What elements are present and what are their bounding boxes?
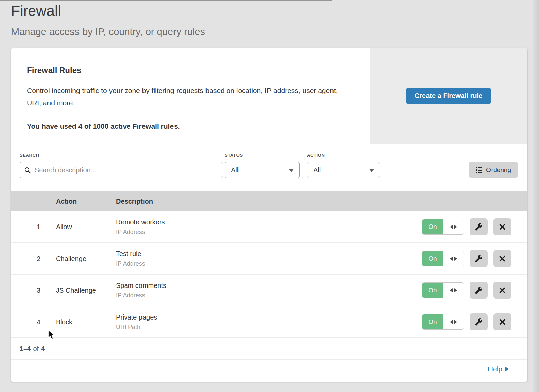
card-title: Firewall Rules [27, 66, 350, 75]
rule-action: Challenge [56, 255, 116, 263]
help-link-label: Help [488, 365, 502, 373]
toggle-on-label: On [422, 314, 443, 329]
toggle-handle[interactable] [443, 251, 464, 266]
column-header-description: Description [116, 198, 153, 205]
arrow-left-icon [450, 320, 453, 324]
rule-priority: 3 [11, 287, 40, 294]
status-filter-group: STATUS All [225, 153, 300, 178]
wrench-icon [475, 223, 483, 231]
arrow-left-icon [450, 225, 453, 229]
rule-enabled-toggle[interactable]: On [422, 282, 464, 298]
column-header-action: Action [56, 198, 116, 205]
table-row: 3 JS Challenge Spam comments IP Address … [11, 275, 527, 306]
toggle-on-label: On [422, 283, 443, 298]
card-footer: Help [11, 359, 527, 379]
status-label: STATUS [225, 153, 300, 158]
rules-usage-note: You have used 4 of 1000 active Firewall … [27, 122, 350, 130]
wrench-icon [475, 254, 483, 263]
help-link[interactable]: Help [488, 365, 509, 373]
toggle-handle[interactable] [443, 283, 464, 298]
screen-edge-artifact [0, 0, 332, 1]
table-row: 4 Block Private pages URI Path On [11, 306, 527, 338]
rule-action: JS Challenge [56, 287, 116, 294]
card-header: Firewall Rules Control incoming traffic … [11, 48, 527, 144]
toggle-on-label: On [422, 219, 443, 234]
table-row: 1 Allow Remote workers IP Address On [11, 211, 527, 243]
arrow-left-icon [450, 288, 453, 292]
status-selected-value: All [231, 166, 239, 174]
card-header-text: Firewall Rules Control incoming traffic … [11, 48, 370, 144]
page-title: Firewall [11, 3, 61, 19]
ordered-list-icon [476, 167, 482, 173]
action-select[interactable]: All [307, 162, 380, 178]
table-header: Action Description [11, 191, 527, 211]
arrow-right-icon [454, 225, 457, 229]
close-icon [499, 223, 506, 231]
toggle-handle[interactable] [443, 219, 464, 234]
scrollbar-track[interactable] [533, 0, 539, 392]
action-filter-group: ACTION All [307, 153, 380, 178]
arrow-right-icon [454, 257, 457, 261]
rule-action: Allow [56, 223, 116, 231]
rules-list: 1 Allow Remote workers IP Address On [11, 211, 527, 338]
filter-bar: SEARCH STATUS All ACTION All [11, 144, 527, 191]
rule-priority: 4 [11, 318, 40, 326]
search-group: SEARCH [20, 153, 223, 178]
rule-action: Block [56, 318, 116, 326]
ordering-button[interactable]: Ordering [469, 162, 518, 178]
close-icon [499, 318, 506, 326]
wrench-icon [475, 318, 483, 326]
delete-rule-button[interactable] [493, 218, 511, 235]
search-icon [24, 167, 31, 175]
card-description: Control incoming traffic to your zone by… [27, 85, 345, 110]
rule-enabled-toggle[interactable]: On [422, 219, 464, 235]
action-selected-value: All [313, 166, 321, 174]
delete-rule-button[interactable] [493, 313, 511, 330]
delete-rule-button[interactable] [493, 250, 511, 267]
arrow-right-icon [454, 288, 457, 292]
ordering-button-label: Ordering [486, 166, 511, 174]
close-icon [499, 255, 506, 262]
pagination-range: 1–4 [20, 345, 31, 353]
wrench-icon [475, 286, 483, 294]
chevron-down-icon [289, 169, 294, 172]
rule-priority: 1 [11, 223, 40, 231]
firewall-rules-card: Firewall Rules Control incoming traffic … [11, 48, 527, 382]
arrow-right-icon [454, 320, 457, 324]
toggle-on-label: On [422, 251, 443, 266]
page-subtitle: Manage access by IP, country, or query r… [11, 26, 205, 37]
status-select[interactable]: All [225, 162, 300, 178]
search-input[interactable] [20, 162, 223, 178]
close-icon [499, 287, 506, 294]
arrow-right-icon [505, 367, 509, 371]
search-label: SEARCH [20, 153, 223, 158]
toggle-handle[interactable] [443, 314, 464, 329]
create-rule-panel: Create a Firewall rule [370, 48, 527, 144]
arrow-left-icon [450, 257, 453, 261]
rule-priority: 2 [11, 255, 40, 263]
pagination: 1–4 of 4 [11, 338, 527, 359]
action-label: ACTION [307, 153, 380, 158]
delete-rule-button[interactable] [493, 282, 511, 299]
pagination-of: of [33, 345, 39, 353]
pagination-total: 4 [41, 345, 45, 353]
rule-enabled-toggle[interactable]: On [422, 251, 464, 266]
edit-rule-button[interactable] [470, 313, 488, 330]
edit-rule-button[interactable] [470, 218, 488, 235]
edit-rule-button[interactable] [470, 250, 488, 267]
edit-rule-button[interactable] [470, 282, 488, 299]
create-firewall-rule-button[interactable]: Create a Firewall rule [406, 88, 491, 104]
table-row: 2 Challenge Test rule IP Address On [11, 243, 527, 275]
rule-enabled-toggle[interactable]: On [422, 314, 464, 330]
chevron-down-icon [369, 169, 374, 172]
